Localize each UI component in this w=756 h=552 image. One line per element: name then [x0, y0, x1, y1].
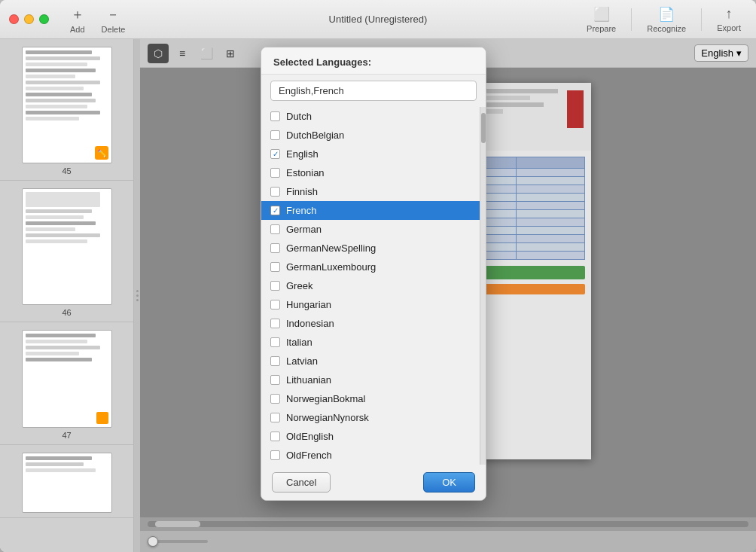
modal-title: Selected Languages: — [261, 47, 486, 75]
checkbox-french[interactable]: ✓ — [270, 206, 280, 215]
checkbox-norwegianbokmal[interactable] — [270, 394, 280, 404]
language-item-latvian[interactable]: Latvian — [261, 352, 480, 371]
ok-button[interactable]: OK — [423, 472, 475, 493]
language-item-english[interactable]: ✓English — [261, 145, 480, 163]
language-name-norwegiannynorsk: NorwegianNynorsk — [286, 412, 369, 423]
content-area: ⬡ ≡ ⬜ ⊞ English ▾ — [140, 39, 756, 552]
window-title: Untitled (Unregistered) — [329, 14, 428, 25]
page-thumbnail-46 — [22, 188, 112, 305]
language-item-german[interactable]: German — [261, 220, 480, 239]
delete-icon: － — [106, 5, 120, 23]
resize-dots — [136, 290, 139, 301]
toolbar-separator — [631, 8, 632, 31]
prepare-label: Prepare — [587, 24, 616, 33]
minimize-button[interactable] — [24, 14, 34, 24]
language-item-germanluxembourg[interactable]: GermanLuxembourg — [261, 258, 480, 276]
checkbox-dutch[interactable] — [270, 111, 280, 121]
language-item-norwegianbokmal[interactable]: NorwegianBokmal — [261, 389, 480, 408]
language-name-estonian: Estonian — [286, 167, 325, 178]
prepare-icon: ⬜ — [593, 6, 610, 23]
toolbar-separator-2 — [701, 8, 702, 31]
language-name-dutchbelgian: DutchBelgian — [286, 130, 344, 141]
language-item-oldfrench[interactable]: OldFrench — [261, 446, 480, 465]
titlebar: ＋ Add － Delete Untitled (Unregistered) ⬜… — [0, 0, 756, 39]
language-item-greek[interactable]: Greek — [261, 276, 480, 295]
language-name-oldenglish: OldEnglish — [286, 431, 334, 442]
language-modal: Selected Languages: English,French Dutch… — [261, 47, 486, 501]
export-label: Export — [717, 23, 741, 32]
export-icon: ↑ — [726, 6, 733, 22]
modal-footer: Cancel OK — [261, 465, 486, 500]
edit-badge-45: ✏️ — [95, 146, 108, 160]
language-name-latvian: Latvian — [286, 355, 318, 367]
page-thumbnail-48 — [22, 453, 112, 513]
sidebar-resize-handle[interactable] — [134, 39, 140, 552]
modal-overlay: Selected Languages: English,French Dutch… — [140, 39, 756, 552]
add-icon: ＋ — [71, 5, 84, 23]
language-item-germannewspelling[interactable]: GermanNewSpelling — [261, 239, 480, 258]
checkbox-indonesian[interactable] — [270, 319, 280, 328]
language-name-greek: Greek — [286, 280, 312, 291]
language-list: DutchDutchBelgian✓EnglishEstonianFinnish… — [261, 107, 480, 465]
cancel-button[interactable]: Cancel — [272, 472, 331, 493]
checkbox-oldfrench[interactable] — [270, 450, 280, 460]
language-name-germannewspelling: GermanNewSpelling — [286, 242, 376, 254]
recognize-button[interactable]: 📄 Recognize — [641, 3, 692, 36]
language-item-indonesian[interactable]: Indonesian — [261, 314, 480, 333]
export-button[interactable]: ↑ Export — [711, 3, 747, 35]
language-item-italian[interactable]: Italian — [261, 333, 480, 352]
modal-list-row: DutchDutchBelgian✓EnglishEstonianFinnish… — [261, 107, 486, 465]
checkbox-estonian[interactable] — [270, 168, 280, 178]
selected-languages-field[interactable]: English,French — [270, 81, 477, 101]
language-item-estonian[interactable]: Estonian — [261, 163, 480, 182]
traffic-lights — [9, 14, 49, 24]
checkbox-norwegiannynorsk[interactable] — [270, 413, 280, 422]
add-label: Add — [70, 25, 85, 34]
toolbar-right: ⬜ Prepare 📄 Recognize ↑ Export — [581, 3, 747, 36]
sidebar-page-47[interactable]: 47 — [0, 322, 133, 445]
language-name-germanluxembourg: GermanLuxembourg — [286, 261, 376, 273]
checkbox-oldenglish[interactable] — [270, 432, 280, 441]
resize-dot — [136, 299, 139, 301]
add-button[interactable]: ＋ Add — [64, 2, 91, 37]
language-item-finnish[interactable]: Finnish — [261, 182, 480, 201]
list-scrollbar[interactable] — [480, 107, 486, 465]
sidebar: ✏️ 45 46 — [0, 39, 134, 552]
language-name-lithuanian: Lithuanian — [286, 374, 331, 386]
language-name-indonesian: Indonesian — [286, 318, 334, 329]
language-name-english: English — [286, 148, 319, 160]
checkbox-lithuanian[interactable] — [270, 375, 280, 385]
checkbox-english[interactable]: ✓ — [270, 149, 280, 159]
checkbox-hungarian[interactable] — [270, 300, 280, 310]
language-name-oldfrench: OldFrench — [286, 450, 332, 461]
language-item-lithuanian[interactable]: Lithuanian — [261, 371, 480, 389]
language-item-french[interactable]: ✓French — [261, 201, 480, 220]
checkbox-greek[interactable] — [270, 281, 280, 291]
checkbox-italian[interactable] — [270, 337, 280, 347]
sidebar-page-46[interactable]: 46 — [0, 181, 133, 322]
language-item-dutch[interactable]: Dutch — [261, 107, 480, 126]
page-number-45: 45 — [62, 166, 71, 175]
checkbox-dutchbelgian[interactable] — [270, 130, 280, 140]
recognize-icon: 📄 — [658, 6, 675, 23]
language-item-norwegiannynorsk[interactable]: NorwegianNynorsk — [261, 408, 480, 427]
language-item-oldenglish[interactable]: OldEnglish — [261, 427, 480, 446]
checkbox-latvian[interactable] — [270, 356, 280, 366]
checkbox-finnish[interactable] — [270, 187, 280, 197]
sidebar-page-48[interactable] — [0, 445, 133, 518]
delete-button[interactable]: － Delete — [96, 2, 132, 37]
maximize-button[interactable] — [39, 14, 49, 24]
checkbox-germanluxembourg[interactable] — [270, 262, 280, 272]
page-number-47: 47 — [62, 431, 71, 440]
checkbox-germannewspelling[interactable] — [270, 243, 280, 253]
delete-label: Delete — [102, 25, 126, 34]
prepare-button[interactable]: ⬜ Prepare — [581, 3, 622, 36]
sidebar-page-45[interactable]: ✏️ 45 — [0, 39, 133, 181]
page-number-46: 46 — [62, 308, 71, 317]
recognize-label: Recognize — [647, 24, 686, 33]
language-name-hungarian: Hungarian — [286, 299, 331, 310]
language-item-hungarian[interactable]: Hungarian — [261, 295, 480, 314]
checkbox-german[interactable] — [270, 224, 280, 234]
language-item-dutchbelgian[interactable]: DutchBelgian — [261, 126, 480, 145]
close-button[interactable] — [9, 14, 19, 24]
